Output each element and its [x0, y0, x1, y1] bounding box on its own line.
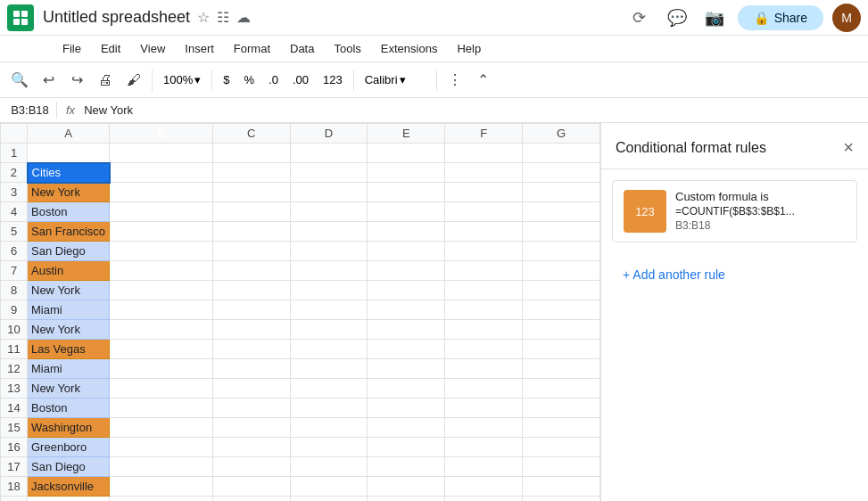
table-cell[interactable]	[445, 438, 523, 457]
table-cell[interactable]	[445, 379, 523, 398]
table-cell[interactable]	[110, 222, 213, 242]
table-cell[interactable]: Washington	[28, 418, 110, 438]
table-cell[interactable]	[212, 300, 290, 320]
table-cell[interactable]	[212, 261, 290, 281]
table-cell[interactable]	[290, 242, 368, 261]
paint-format-button[interactable]: 🖌	[121, 68, 146, 93]
table-cell[interactable]	[445, 144, 523, 163]
table-cell[interactable]	[110, 497, 213, 502]
table-cell[interactable]: Greenboro	[28, 438, 110, 457]
menu-extensions[interactable]: Extensions	[372, 38, 447, 59]
table-cell[interactable]	[445, 242, 523, 261]
table-cell[interactable]	[445, 497, 523, 502]
col-header-c[interactable]: C	[212, 124, 290, 144]
menu-tools[interactable]: Tools	[325, 38, 369, 59]
table-cell[interactable]	[523, 398, 600, 418]
table-cell[interactable]: San Diego	[28, 457, 110, 477]
table-cell[interactable]	[290, 497, 368, 502]
table-cell[interactable]	[445, 398, 523, 418]
undo-button[interactable]: ↩	[36, 68, 61, 93]
table-cell[interactable]	[368, 457, 445, 477]
table-cell[interactable]	[523, 340, 600, 359]
table-cell[interactable]	[28, 144, 110, 163]
table-cell[interactable]	[523, 183, 600, 202]
table-cell[interactable]	[290, 144, 368, 163]
table-cell[interactable]	[110, 457, 213, 477]
table-cell[interactable]	[445, 261, 523, 281]
table-cell[interactable]	[368, 202, 445, 222]
more-options-button[interactable]: ⋮	[442, 68, 467, 93]
table-cell[interactable]	[368, 144, 445, 163]
table-cell[interactable]: Austin	[28, 261, 110, 281]
table-cell[interactable]	[290, 359, 368, 379]
menu-data[interactable]: Data	[281, 38, 323, 59]
table-cell[interactable]	[523, 242, 600, 261]
cf-close-button[interactable]: ×	[843, 137, 854, 158]
search-button[interactable]: 🔍	[7, 68, 32, 93]
table-cell[interactable]	[290, 477, 368, 497]
cf-rule-card[interactable]: 123 Custom formula is =COUNTIF($B$3:$B$1…	[612, 180, 857, 242]
table-cell[interactable]	[212, 477, 290, 497]
star-icon[interactable]: ☆	[197, 9, 210, 26]
col-header-f[interactable]: F	[445, 124, 523, 144]
table-cell[interactable]	[290, 222, 368, 242]
table-cell[interactable]	[212, 202, 290, 222]
table-cell[interactable]	[290, 379, 368, 398]
table-cell[interactable]	[368, 300, 445, 320]
table-cell[interactable]: San Diego	[28, 242, 110, 261]
font-selector[interactable]: Calibri ▾	[360, 71, 431, 88]
table-cell[interactable]	[445, 281, 523, 300]
meet-icon[interactable]: 📷	[700, 4, 729, 32]
table-cell[interactable]	[290, 300, 368, 320]
table-cell[interactable]: New York	[28, 183, 110, 202]
table-cell[interactable]	[523, 359, 600, 379]
table-cell[interactable]: New York	[28, 281, 110, 300]
table-cell[interactable]	[523, 281, 600, 300]
table-cell[interactable]	[368, 398, 445, 418]
table-cell[interactable]	[212, 379, 290, 398]
table-cell[interactable]	[368, 379, 445, 398]
collapse-toolbar-button[interactable]: ⌃	[471, 68, 496, 93]
col-header-d[interactable]: D	[290, 124, 368, 144]
table-cell[interactable]	[368, 477, 445, 497]
table-cell[interactable]	[212, 418, 290, 438]
table-cell[interactable]	[290, 163, 368, 183]
col-header-e[interactable]: E	[368, 124, 445, 144]
col-header-a[interactable]: A	[28, 124, 110, 144]
table-cell[interactable]	[523, 144, 600, 163]
table-cell[interactable]	[445, 477, 523, 497]
menu-view[interactable]: View	[131, 38, 174, 59]
history-icon[interactable]: ⟳	[625, 4, 654, 32]
table-cell[interactable]	[368, 418, 445, 438]
menu-help[interactable]: Help	[448, 38, 490, 59]
add-rule-button[interactable]: + Add another rule	[612, 260, 857, 289]
table-cell[interactable]: Miami	[28, 359, 110, 379]
number-format-button[interactable]: 123	[318, 71, 348, 88]
table-cell[interactable]	[212, 242, 290, 261]
table-cell[interactable]: San Francisco	[28, 222, 110, 242]
table-cell[interactable]	[445, 183, 523, 202]
comment-icon[interactable]: 💬	[663, 4, 691, 32]
table-cell[interactable]	[290, 457, 368, 477]
table-cell[interactable]	[368, 359, 445, 379]
table-cell[interactable]	[212, 398, 290, 418]
table-cell[interactable]	[368, 281, 445, 300]
print-button[interactable]: 🖨	[93, 68, 118, 93]
table-cell[interactable]	[290, 320, 368, 340]
table-cell[interactable]	[445, 418, 523, 438]
decimal-decrease-button[interactable]: .0	[263, 71, 284, 88]
table-cell[interactable]	[290, 438, 368, 457]
table-cell[interactable]	[290, 398, 368, 418]
table-cell[interactable]	[110, 144, 213, 163]
table-cell[interactable]: Boston	[28, 202, 110, 222]
table-cell[interactable]	[523, 379, 600, 398]
table-cell[interactable]	[368, 222, 445, 242]
table-cell[interactable]	[445, 457, 523, 477]
table-cell[interactable]	[110, 281, 213, 300]
table-cell[interactable]	[290, 183, 368, 202]
table-cell[interactable]	[368, 261, 445, 281]
table-cell[interactable]	[290, 261, 368, 281]
cloud-icon[interactable]: ☁	[236, 9, 251, 26]
table-cell[interactable]	[368, 497, 445, 502]
table-cell[interactable]: New York	[28, 379, 110, 398]
